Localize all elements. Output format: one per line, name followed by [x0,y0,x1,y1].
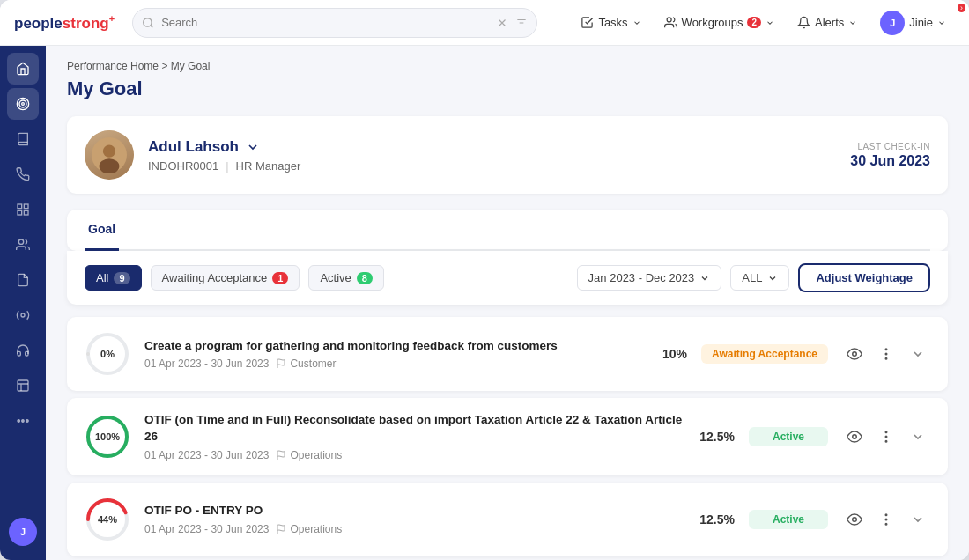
breadcrumb-current: My Goal [171,60,211,72]
sidebar-item-analytics[interactable] [7,370,39,402]
goal-details: OTIF PO - ENTRY PO 01 Apr 2023 - 30 Jun … [144,503,684,535]
view-button[interactable] [842,507,867,532]
page-title: My Goal [67,77,948,100]
tasks-button[interactable]: Tasks [572,11,649,33]
workgroups-chevron-icon [766,18,774,27]
profile-name: Adul Lahsoh [148,138,836,156]
more-options-button[interactable] [874,507,899,532]
sidebar-item-goals[interactable]: › [7,88,39,120]
sidebar-item-more[interactable]: ••• [7,405,39,437]
sidebar-item-documents[interactable] [7,264,39,296]
goal-details: OTIF (on Time and in Full) Reconsolidate… [144,412,684,461]
last-checkin-label: LAST CHECK-IN [850,142,930,151]
nav-actions: Tasks Workgroups 2 Alerts J Jinie [572,6,955,40]
date-range-filter[interactable]: Jan 2023 - Dec 2023 [577,265,722,291]
awaiting-count: 1 [272,272,288,284]
expand-button[interactable] [906,424,930,449]
type-filter[interactable]: ALL [730,265,789,291]
svg-point-19 [885,349,887,350]
search-input[interactable] [161,16,489,29]
sidebar-item-settings[interactable] [7,299,39,331]
type-chevron-icon [767,273,778,284]
alerts-button[interactable]: Alerts [788,11,866,33]
goal-category: Customer [276,357,336,370]
svg-point-10 [21,313,25,317]
tab-goal[interactable]: Goal [85,210,119,251]
search-bar[interactable] [132,8,537,38]
progress-label: 44% [98,514,117,525]
sidebar-item-travel[interactable] [7,158,39,190]
main-layout: › [0,46,969,560]
svg-rect-8 [18,210,22,215]
more-options-button[interactable] [874,342,899,366]
all-count: 9 [114,272,129,284]
profile-info: Adul Lahsoh INDOHR0001 | HR Manager [148,138,836,173]
breadcrumb-separator: > [161,60,167,72]
progress-circle: 44% [85,497,130,542]
user-menu-button[interactable]: J Jinie [871,6,955,40]
profile-photo [85,130,134,180]
progress-label: 100% [95,431,120,442]
sidebar-item-home[interactable] [7,53,39,85]
top-nav: peoplestrong+ Tasks Workgroups 2 Alerts [0,0,969,46]
svg-point-13 [103,145,115,158]
goal-details: Create a program for gathering and monit… [144,338,636,371]
view-button[interactable] [842,424,867,449]
breadcrumb-parent[interactable]: Performance Home [67,60,159,72]
svg-point-18 [853,352,857,357]
goal-meta: 01 Apr 2023 - 30 Jun 2023 Customer [144,357,636,370]
filter-active[interactable]: Active 8 [308,265,384,291]
goal-date: 01 Apr 2023 - 30 Jun 2023 [144,357,269,370]
profile-dropdown-icon[interactable] [246,140,260,154]
filter-icon[interactable] [515,17,528,29]
category-icon [276,450,286,461]
goal-date: 01 Apr 2023 - 30 Jun 2023 [144,523,269,535]
progress-label: 0% [100,349,115,359]
tasks-chevron-icon [632,18,641,27]
profile-card: Adul Lahsoh INDOHR0001 | HR Manager LAST… [67,116,948,194]
goal-weight: 12.5% [698,512,735,527]
sidebar-item-support[interactable] [7,335,39,366]
sidebar-item-learning[interactable] [7,123,39,155]
logo: peoplestrong+ [14,13,115,33]
goal-date: 01 Apr 2023 - 30 Jun 2023 [144,449,269,461]
status-badge: Awaiting Acceptance [701,344,828,364]
filter-all[interactable]: All 9 [85,265,142,291]
more-options-button[interactable] [874,424,899,449]
filter-awaiting[interactable]: Awaiting Acceptance 1 [151,265,300,291]
sidebar: › [0,46,46,560]
goal-meta: 01 Apr 2023 - 30 Jun 2023 Operations [144,449,684,461]
expand-button[interactable] [906,342,930,366]
svg-point-3 [19,100,26,107]
workgroups-button[interactable]: Workgroups 2 [655,11,783,33]
last-checkin: LAST CHECK-IN 30 Jun 2023 [850,142,930,169]
sidebar-item-tasks[interactable] [7,194,39,225]
goal-meta: 01 Apr 2023 - 30 Jun 2023 Operations [144,523,684,535]
search-icon [142,17,154,29]
sidebar-item-people[interactable] [7,229,39,261]
svg-point-21 [885,358,887,360]
clear-icon[interactable] [496,17,508,29]
progress-circle: 0% [85,331,130,377]
pipe: | [226,159,228,173]
view-button[interactable] [842,342,867,366]
svg-point-26 [885,431,887,433]
workgroups-badge: 2 [747,17,761,28]
date-chevron-icon [699,273,710,284]
goal-list: 0% Create a program for gathering and mo… [67,317,948,556]
goal-item: 100% OTIF (on Time and in Full) Reconsol… [67,398,948,475]
adjust-weightage-button[interactable]: Adjust Weightage [798,263,930,292]
expand-button[interactable] [906,507,930,532]
goal-title: OTIF PO - ENTRY PO [144,503,684,519]
tasks-icon [581,16,594,29]
goal-weight: 12.5% [698,430,735,444]
alerts-icon [797,16,810,29]
filter-row: All 9 Awaiting Acceptance 1 Active 8 Jan… [67,251,948,305]
last-checkin-date: 30 Jun 2023 [850,153,930,169]
svg-point-27 [885,436,887,438]
svg-point-25 [853,435,857,439]
goal-item: 0% Create a program for gathering and mo… [67,317,948,391]
goal-tabs: Goal [67,210,948,251]
category-icon [276,358,286,369]
sidebar-user-avatar[interactable]: J [9,518,37,546]
